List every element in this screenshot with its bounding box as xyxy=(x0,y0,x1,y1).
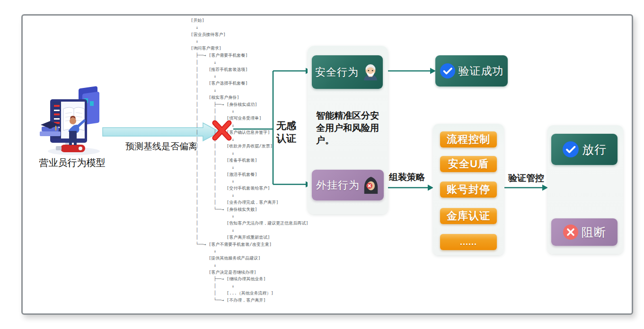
block-box: 阻断 xyxy=(551,218,618,246)
allow-label: 放行 xyxy=(582,142,607,157)
decision-panel: 放行 阻断 xyxy=(547,125,623,254)
check-circle-icon xyxy=(562,141,579,158)
verify-success-box: 验证成功 xyxy=(435,55,508,87)
strategy-item-account-suspend: 账号封停 xyxy=(440,182,497,198)
hooded-hacker-avatar-icon xyxy=(362,176,379,195)
slide-canvas: 营业员行为模型 预测基线是否偏离 [开始] ↓ [营业员接待客户] ↓ [询问客… xyxy=(0,0,644,329)
strategy-panel: 流程控制 安全U盾 账号封停 金库认证 ...... xyxy=(433,124,504,255)
verify-success-label: 验证成功 xyxy=(459,64,504,78)
strategy-item-security-ushield: 安全U盾 xyxy=(440,156,497,172)
strategy-item-vault-auth: 金库认证 xyxy=(440,208,497,224)
risk-behavior-box: 外挂行为 xyxy=(312,170,384,200)
safe-behavior-label: 安全行为 xyxy=(315,65,359,79)
allow-box: 放行 xyxy=(551,134,618,165)
assemble-strategy-label: 组装策略 xyxy=(383,171,431,183)
verify-control-label: 验证管控 xyxy=(503,172,550,184)
safe-behavior-box: 安全行为 xyxy=(312,55,383,89)
block-label: 阻断 xyxy=(582,225,606,240)
seamless-auth-label: 无感认证 xyxy=(276,119,298,145)
classifier-description: 智能精准区分安全用户和风险用户。 xyxy=(316,110,383,147)
x-circle-icon xyxy=(563,224,579,240)
strategy-item-more: ...... xyxy=(440,234,497,250)
check-circle-icon xyxy=(440,63,456,79)
strategy-item-process-control: 流程控制 xyxy=(440,131,497,147)
anomaly-x-icon xyxy=(210,119,234,142)
elderly-man-avatar-icon xyxy=(362,63,379,81)
risk-behavior-label: 外挂行为 xyxy=(316,178,360,192)
